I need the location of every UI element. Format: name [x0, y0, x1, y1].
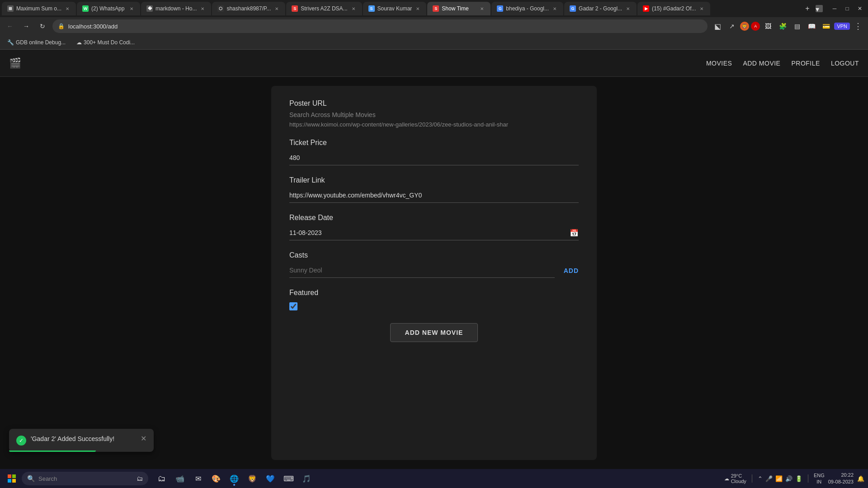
browser-tab-tab-9[interactable]: GGadar 2 - Googl...✕	[564, 2, 637, 15]
reading-mode-icon[interactable]: 📖	[805, 20, 818, 33]
browser-tab-tab-2[interactable]: W(2) WhatsApp✕	[77, 2, 140, 15]
taskbar-right: ☁ 29°C Cloudy ⌃ 🎤 📶 🔊 🔋 ENG IN 20:22 09-…	[724, 472, 864, 486]
start-button[interactable]	[4, 470, 20, 487]
release-date-input[interactable]	[289, 225, 579, 240]
taskbar-clock[interactable]: 20:22 09-08-2023	[828, 472, 854, 486]
nav-add-movie[interactable]: ADD MOVIE	[743, 60, 780, 67]
minimize-button[interactable]: ─	[828, 2, 841, 15]
trailer-link-label: Trailer Link	[289, 176, 579, 184]
maximize-button[interactable]: □	[841, 2, 854, 15]
screenshot-icon[interactable]: 🖼	[762, 20, 774, 33]
tab-close-button[interactable]: ✕	[350, 5, 357, 12]
tab-close-button[interactable]: ✕	[128, 5, 135, 12]
share-icon[interactable]: ↗	[726, 20, 738, 33]
bookmark-coding[interactable]: ☁ 300+ Must Do Codi...	[73, 38, 138, 47]
bookmark-gdb[interactable]: 🔧 GDB online Debug...	[4, 38, 69, 47]
taskbar-apps: 🗂 📹 ✉ 🎨 🌐 🦁 💙 ⌨ 🎵	[154, 470, 315, 487]
extensions-icon[interactable]: 🧩	[776, 20, 789, 33]
poster-url-section: Poster URL Search Across Multiple Movies…	[289, 99, 579, 128]
tab-close-button[interactable]: ✕	[698, 5, 705, 12]
nav-profile[interactable]: PROFILE	[791, 60, 820, 67]
adblock-icon[interactable]: A	[751, 22, 760, 31]
browser-tab-tab-6[interactable]: SSourav Kumar✕	[363, 2, 427, 15]
featured-checkbox[interactable]	[289, 302, 297, 310]
trailer-link-input[interactable]	[289, 188, 579, 203]
taskbar-teams[interactable]: 📹	[172, 470, 188, 487]
tab-close-button[interactable]: ✕	[552, 5, 558, 12]
tab-close-button[interactable]: ✕	[625, 5, 631, 12]
cast-icon[interactable]: ⬕	[711, 20, 724, 33]
toast-message: 'Gadar 2' Added Successfully!	[31, 435, 136, 442]
taskbar-language[interactable]: ENG IN	[814, 472, 825, 485]
taskbar-system-icons: ⌃ 🎤 📶 🔊 🔋	[758, 475, 802, 482]
taskbar: 🔍 Search 🗂 🗂 📹 ✉ 🎨 🌐 🦁 💙 ⌨ 🎵 ☁ 29°C Clou…	[0, 469, 868, 488]
date-input-wrapper: 📅	[289, 225, 579, 240]
taskbar-spotify[interactable]: 🎵	[298, 470, 315, 487]
browser-tab-tab-3[interactable]: �markdown - Ho...✕	[141, 2, 211, 15]
tab-close-button[interactable]: ✕	[64, 5, 71, 12]
tab-close-button[interactable]: ✕	[415, 5, 421, 12]
browser-tab-tab-1[interactable]: ⊞Maximum Sum o...✕	[2, 2, 76, 15]
nav-logout[interactable]: LOGOUT	[831, 60, 859, 67]
app-container: 🎬 MOVIES ADD MOVIE PROFILE LOGOUT Poster…	[0, 50, 868, 469]
clock-date: 09-08-2023	[828, 479, 854, 485]
calendar-icon[interactable]: 📅	[570, 229, 579, 237]
volume-icon[interactable]: 🔊	[785, 475, 793, 482]
tray-arrow[interactable]: ⌃	[758, 475, 763, 482]
address-bar[interactable]: 🔒 localhost:3000/add	[52, 19, 708, 33]
tab-favicon: W	[82, 5, 89, 12]
cast-input[interactable]	[289, 263, 555, 278]
browser-tab-tab-7[interactable]: SShow Time✕	[427, 2, 491, 15]
form-container: Poster URL Search Across Multiple Movies…	[271, 86, 597, 460]
taskbar-file-explorer[interactable]: 🗂	[154, 470, 170, 487]
add-movie-button[interactable]: ADD NEW MOVIE	[390, 323, 478, 342]
toast-close-button[interactable]: ✕	[141, 435, 146, 442]
close-button[interactable]: ✕	[854, 2, 866, 15]
mic-icon[interactable]: 🎤	[765, 475, 773, 482]
tab-close-button[interactable]: ✕	[199, 5, 206, 12]
bookmarks-bar: 🔧 GDB online Debug... ☁ 300+ Must Do Cod…	[0, 35, 868, 50]
weather-icon: ☁	[724, 476, 729, 482]
taskbar-brave[interactable]: 🦁	[244, 470, 260, 487]
tab-close-button[interactable]: ✕	[274, 5, 280, 12]
nav-bar: ← → ↻ 🔒 localhost:3000/add ⬕ ↗ 🦁 A 🖼 🧩 ▤…	[0, 17, 868, 35]
wifi-icon[interactable]: 📶	[775, 475, 783, 482]
back-button[interactable]: ←	[4, 20, 16, 33]
battery-icon[interactable]: 🔋	[795, 475, 802, 482]
notifications-icon[interactable]: 🔔	[857, 475, 864, 482]
wallet-icon[interactable]: 💳	[820, 20, 832, 33]
menu-button[interactable]: ⋮	[852, 20, 864, 33]
browser-tab-tab-10[interactable]: ▶(15) #Gadar2 Of...✕	[637, 2, 710, 15]
taskbar-search-bar[interactable]: 🔍 Search 🗂	[22, 472, 148, 485]
browser-tab-tab-4[interactable]: ⬡shashank8987/P...✕	[212, 2, 285, 15]
add-cast-button[interactable]: ADD	[564, 267, 579, 274]
logo-icon: 🎬	[9, 57, 21, 69]
taskbar-divider-1	[752, 474, 752, 483]
taskbar-divider-2	[808, 474, 808, 483]
tab-title: Show Time	[442, 5, 476, 12]
tab-title: bhediya - Googl...	[506, 5, 549, 12]
taskbar-vscode[interactable]: 💙	[262, 470, 278, 487]
featured-section: Featured	[289, 289, 579, 312]
taskbar-mail[interactable]: ✉	[190, 470, 206, 487]
forward-button[interactable]: →	[20, 20, 33, 33]
vpn-badge[interactable]: VPN	[834, 23, 850, 30]
reload-button[interactable]: ↻	[36, 20, 49, 33]
tab-list-icon[interactable]: ▾	[816, 5, 823, 12]
tab-close-button[interactable]: ✕	[479, 5, 485, 12]
nav-movies[interactable]: MOVIES	[706, 60, 732, 67]
taskbar-paint[interactable]: 🎨	[208, 470, 224, 487]
browser-tab-tab-8[interactable]: Gbhediya - Googl...✕	[491, 2, 563, 15]
taskbar-terminal[interactable]: ⌨	[280, 470, 297, 487]
ticket-price-input[interactable]	[289, 150, 579, 165]
sidebar-icon[interactable]: ▤	[791, 20, 803, 33]
svg-rect-0	[8, 474, 11, 478]
browser-tab-tab-5[interactable]: SStrivers A2Z DSA...✕	[286, 2, 362, 15]
new-tab-button[interactable]: +	[801, 2, 814, 15]
windows-icon	[8, 474, 16, 483]
tab-title: (15) #Gadar2 Of...	[652, 5, 696, 12]
brave-icon[interactable]: 🦁	[740, 22, 749, 31]
taskbar-edge[interactable]: 🌐	[226, 470, 242, 487]
security-icon: 🔒	[58, 23, 65, 29]
tab-bar: ⊞Maximum Sum o...✕W(2) WhatsApp✕�markdow…	[0, 0, 868, 17]
